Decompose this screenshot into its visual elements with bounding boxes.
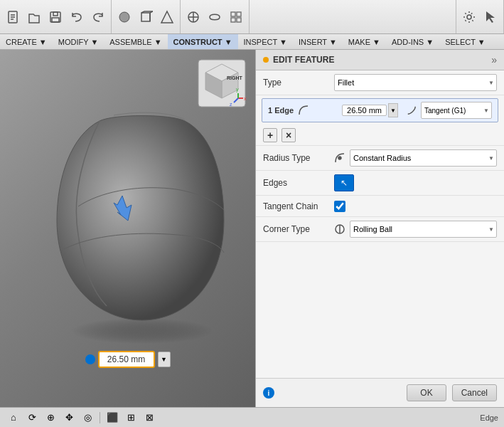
radius-type-select-wrapper: Constant Radius Variable Radius [350, 149, 497, 167]
panel-footer: i OK Cancel [256, 378, 504, 407]
add-edge-button[interactable]: + [263, 128, 277, 142]
pan-icon[interactable]: ✥ [61, 410, 77, 426]
look-icon[interactable]: ◎ [80, 410, 95, 426]
quick-access-group [0, 0, 112, 33]
type-label: Type [263, 78, 334, 88]
tangent-select-wrapper: Tangent (G1) Curvature (G2) [421, 102, 492, 119]
save-icon[interactable] [45, 7, 65, 27]
statusbar: ⌂ ⟳ ⊕ ✥ ◎ ⬛ ⊞ ⊠ Edge [0, 407, 504, 427]
tangent-container: Tangent (G1) Curvature (G2) [407, 102, 492, 119]
info-icon[interactable]: i [263, 387, 274, 399]
tangent-icon [407, 105, 418, 116]
type-select[interactable]: Fillet Chamfer [334, 74, 497, 91]
home-icon[interactable]: ⌂ [6, 410, 21, 426]
menu-insert[interactable]: INSERT ▼ [293, 34, 343, 49]
radius-type-row: Radius Type Constant Radius Variable Rad… [256, 146, 504, 171]
edge-value-container: 26.50 mm ▼ [342, 103, 398, 117]
open-icon[interactable] [24, 7, 44, 27]
tangent-chain-label: Tangent Chain [263, 201, 334, 211]
corner-type-select-wrapper: Rolling Ball Setback [350, 221, 497, 238]
edges-select-button[interactable]: ↖ [334, 174, 354, 191]
svg-point-21 [467, 15, 471, 19]
svg-rect-5 [53, 12, 58, 16]
menu-create[interactable]: CREATE ▼ [0, 34, 53, 49]
menu-modify[interactable]: MODIFY ▼ [53, 34, 104, 49]
edge-row[interactable]: 1 Edge 26.50 mm ▼ [262, 98, 498, 122]
separator1 [100, 412, 100, 423]
edge-value-dropdown[interactable]: ▼ [388, 103, 398, 117]
panel-title: EDIT FEATURE [263, 55, 334, 65]
menubar: CREATE ▼ MODIFY ▼ ASSEMBLE ▼ CONSTRUCT ▼… [0, 34, 504, 50]
dimension-input-container: ▼ [85, 351, 171, 368]
corner-type-select[interactable]: Rolling Ball Setback [350, 221, 497, 238]
tool2-icon[interactable] [205, 7, 225, 27]
corner-type-control: Rolling Ball Setback [334, 221, 497, 238]
radius-type-icon [334, 152, 347, 164]
tangent-chain-row: Tangent Chain [256, 196, 504, 217]
grid-icon[interactable]: ⊞ [123, 410, 139, 426]
svg-text:RIGHT: RIGHT [227, 75, 243, 80]
corner-type-icon [334, 223, 347, 235]
settings-icon[interactable] [459, 7, 479, 27]
main-area: RIGHT x y z ▼ EDIT FEA [0, 50, 504, 407]
3d-shape [43, 78, 242, 349]
orbit-icon[interactable]: ⟳ [24, 410, 40, 426]
ok-button[interactable]: OK [407, 384, 446, 401]
panel-body: Type Fillet Chamfer 1 Edge [256, 70, 504, 378]
cursor-icon[interactable] [481, 7, 500, 27]
menu-assemble[interactable]: ASSEMBLE ▼ [104, 34, 167, 49]
cancel-button[interactable]: Cancel [452, 384, 497, 401]
undo-icon[interactable] [67, 7, 87, 27]
shape2-icon[interactable] [136, 7, 156, 27]
redo-icon[interactable] [88, 7, 108, 27]
new-icon[interactable] [3, 7, 23, 27]
more-tools-group [181, 0, 250, 33]
menu-select[interactable]: SELECT ▼ [439, 34, 491, 49]
svg-text:y: y [236, 87, 239, 93]
shape3-icon[interactable] [157, 7, 177, 27]
corner-type-row: Corner Type Rolling Ball Setback [256, 217, 504, 242]
svg-marker-13 [161, 11, 173, 23]
remove-edge-button[interactable]: × [282, 128, 296, 142]
shape1-icon[interactable] [114, 7, 134, 27]
tool1-icon[interactable] [183, 7, 203, 27]
svg-point-22 [71, 318, 213, 344]
panel-pin-icon [263, 57, 269, 63]
panel-expand-btn[interactable]: » [491, 54, 497, 65]
menu-addins[interactable]: ADD-INS ▼ [386, 34, 439, 49]
zoom-icon[interactable]: ⊕ [43, 410, 58, 426]
type-row: Type Fillet Chamfer [256, 70, 504, 95]
svg-rect-17 [231, 12, 235, 16]
toolbar [0, 0, 504, 34]
menu-construct[interactable]: CONSTRUCT ▼ [168, 34, 238, 49]
radius-type-control: Constant Radius Variable Radius [334, 149, 497, 167]
edges-row: Edges ↖ [256, 171, 504, 196]
svg-rect-20 [237, 18, 241, 22]
tangent-select[interactable]: Tangent (G1) Curvature (G2) [421, 102, 492, 119]
menu-inspect[interactable]: INSPECT ▼ [238, 34, 293, 49]
edges-btn-icon: ↖ [341, 178, 348, 188]
tangent-chain-checkbox[interactable] [334, 201, 345, 212]
view-gizmo[interactable]: RIGHT x y z [197, 58, 247, 108]
corner-type-label: Corner Type [263, 224, 334, 234]
edge-value-display: 26.50 mm [342, 105, 387, 116]
type-control: Fillet Chamfer [334, 74, 497, 91]
settings-group [456, 0, 504, 33]
edge-badge: 1 Edge [268, 106, 294, 115]
dimension-input[interactable] [98, 351, 155, 368]
status-icons-left: ⌂ ⟳ ⊕ ✥ ◎ ⬛ ⊞ ⊠ [6, 410, 157, 426]
edges-control: ↖ [334, 174, 497, 191]
edges-label: Edges [263, 178, 334, 188]
dim-dropdown-btn[interactable]: ▼ [158, 352, 171, 367]
svg-rect-18 [237, 12, 241, 16]
radius-type-select[interactable]: Constant Radius Variable Radius [350, 149, 497, 167]
svg-rect-8 [141, 13, 150, 21]
tool3-icon[interactable] [226, 7, 246, 27]
panel-header: EDIT FEATURE » [256, 50, 504, 70]
display-mode-icon[interactable]: ⬛ [104, 410, 120, 426]
viewport[interactable]: RIGHT x y z ▼ [0, 50, 255, 407]
menu-make[interactable]: MAKE ▼ [343, 34, 386, 49]
snap-icon[interactable]: ⊠ [141, 410, 157, 426]
svg-rect-19 [231, 18, 235, 22]
edge-status-text: Edge [480, 413, 498, 422]
